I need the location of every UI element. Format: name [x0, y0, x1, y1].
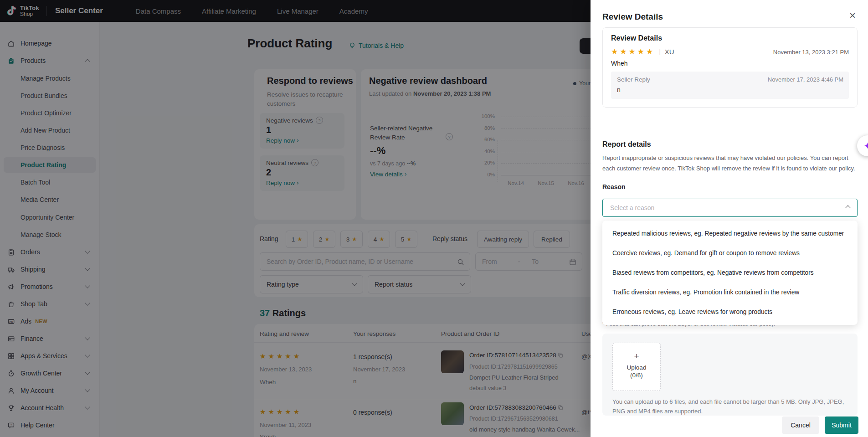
upload-count: (0/6)	[613, 372, 660, 379]
upload-button[interactable]: + Upload (0/6)	[612, 343, 661, 391]
review-card-title: Review Details	[611, 34, 662, 42]
plus-icon: +	[613, 351, 660, 361]
review-text: Wheh	[611, 60, 628, 67]
reason-option-2[interactable]: Coercive reviews, eg. Demand for gift or…	[602, 243, 858, 263]
reason-label: Reason	[602, 183, 626, 190]
reason-option-5[interactable]: Erroneous reviews, eg. Leave reviews for…	[602, 302, 858, 322]
reason-select[interactable]: Select a reason	[602, 199, 858, 217]
reviewer-name: XU	[665, 48, 674, 56]
review-stars: ★★★★★	[611, 47, 655, 56]
reason-placeholder: Select a reason	[610, 204, 654, 211]
seller-reply-label: Seller Reply	[617, 76, 650, 83]
cancel-button[interactable]: Cancel	[782, 416, 819, 434]
app-root: TikTok Shop Seller Center Data Compass A…	[0, 0, 868, 437]
seller-reply-text: n	[617, 86, 621, 93]
divider-pipe: |	[659, 48, 661, 55]
close-icon[interactable]: ×	[849, 10, 856, 21]
upload-note: You can upload up to 6 files, and each f…	[612, 397, 847, 416]
submit-button[interactable]: Submit	[825, 416, 858, 434]
review-summary-card: Review Details ★★★★★ | XU November 13, 2…	[602, 27, 858, 108]
drawer-title: Review Details	[602, 12, 663, 22]
chevron-up-icon	[845, 205, 850, 210]
reason-option-3[interactable]: Biased reviews from competitors, eg. Neg…	[602, 263, 858, 283]
sparkle-icon: ✦	[864, 140, 868, 151]
reason-dropdown: Repeated malicious reviews, eg. Repeated…	[602, 221, 858, 325]
review-date: November 13, 2023 3:21 PM	[773, 49, 849, 56]
seller-reply-box: Seller Reply November 17, 2023 4:46 PM n	[611, 72, 849, 99]
reason-option-1[interactable]: Repeated malicious reviews, eg. Repeated…	[602, 224, 858, 243]
report-details-description: Report inappropriate or suspicious revie…	[602, 153, 860, 174]
seller-reply-date: November 17, 2023 4:46 PM	[768, 76, 843, 83]
review-details-drawer: Review Details × Review Details ★★★★★ | …	[591, 0, 868, 437]
upload-panel: + Upload (0/6) You can upload up to 6 fi…	[602, 334, 858, 416]
report-details-title: Report details	[602, 140, 651, 149]
reason-option-4[interactable]: Traffic diversion reviews, eg. Promotion…	[602, 283, 858, 302]
upload-label: Upload	[613, 364, 660, 371]
